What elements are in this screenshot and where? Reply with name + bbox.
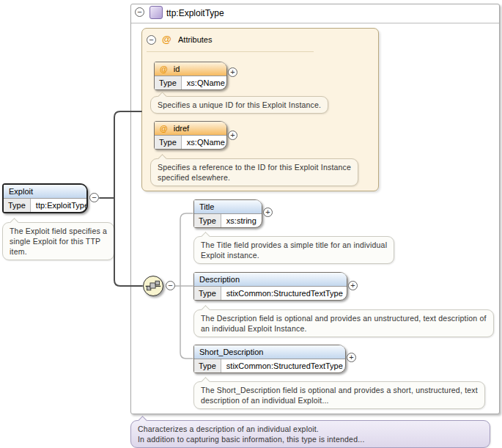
- annotation-line: The Description field is optional and pr…: [201, 313, 487, 323]
- type-label: Type: [194, 359, 221, 372]
- expand-toggle-icon[interactable]: +: [263, 208, 273, 217]
- annotation-bubble: Specifies a unique ID for this Exploit I…: [150, 96, 328, 114]
- annotation-line: single Exploit for this TTP: [10, 236, 107, 246]
- annotation-line: Exploit instance.: [201, 250, 387, 260]
- expand-toggle-icon[interactable]: +: [228, 67, 237, 77]
- element-box-description[interactable]: Description Type stixCommon:StructuredTe…: [193, 272, 347, 301]
- element-type-row: Type stixCommon:StructuredTextType: [194, 287, 347, 300]
- type-annotation-bubble: Characterizes a description of an indivi…: [130, 420, 490, 448]
- element-type-row: Type stixCommon:StructuredTextType: [194, 359, 345, 372]
- element-type-row: Type xs:string: [194, 214, 262, 227]
- annotation-line: The Short_Description field is optional …: [201, 385, 478, 395]
- annotation-line: Characterizes a description of an indivi…: [138, 424, 483, 434]
- attribute-name: @id: [155, 62, 226, 76]
- type-value: ttp:ExploitType: [31, 199, 86, 212]
- expand-toggle-icon[interactable]: +: [348, 281, 358, 290]
- xml-schema-diagram: − ttp:ExploitType − @ Attributes @id Typ…: [0, 0, 502, 448]
- annotation-line: The Title field provides a simple title …: [201, 240, 387, 250]
- type-value: stixCommon:StructuredTextType: [221, 359, 345, 372]
- attribute-box-idref[interactable]: @idref Type xs:QName: [154, 121, 227, 150]
- element-type-row: Type ttp:ExploitType: [4, 199, 86, 212]
- type-value: xs:string: [221, 214, 262, 227]
- type-value: stixCommon:StructuredTextType: [221, 287, 347, 300]
- annotation-bubble: The Title field provides a simple title …: [193, 236, 394, 264]
- separator: [147, 51, 314, 52]
- annotation-line: In addition to capturing basic informati…: [138, 434, 483, 444]
- attribute-name: @idref: [155, 122, 226, 136]
- type-value: xs:QName: [182, 76, 226, 89]
- annotation-line: specified elsewhere.: [158, 172, 351, 183]
- type-value: xs:QName: [182, 136, 226, 149]
- type-label: Type: [4, 199, 31, 212]
- attribute-type-row: Type xs:QName: [155, 136, 226, 149]
- element-name: Short_Description: [194, 345, 345, 359]
- attributes-group: − @ Attributes @id Type xs:QName + Speci…: [141, 28, 379, 191]
- annotation-bubble: Specifies a reference to the ID for this…: [150, 158, 358, 186]
- annotation-bubble: The Description field is optional and pr…: [193, 309, 494, 337]
- collapse-toggle-icon[interactable]: −: [89, 193, 99, 202]
- annotation-line: description of an individual Exploit...: [201, 395, 478, 405]
- attribute-type-row: Type xs:QName: [155, 76, 226, 89]
- type-label: Type: [194, 287, 221, 300]
- attribute-marker-icon: @: [162, 34, 171, 45]
- element-box-exploit[interactable]: Exploit Type ttp:ExploitType: [2, 183, 88, 213]
- expand-toggle-icon[interactable]: +: [228, 131, 237, 140]
- element-box-title[interactable]: Title Type xs:string: [193, 199, 262, 228]
- sequence-icon[interactable]: [143, 276, 163, 296]
- annotation-line: Specifies a reference to the ID for this…: [158, 162, 351, 172]
- complex-type-header: − ttp:ExploitType: [131, 4, 499, 23]
- complex-type-icon: [150, 6, 163, 19]
- annotation-line: item.: [10, 246, 107, 257]
- annotation-line: The Exploit field specifies a: [10, 226, 107, 236]
- element-name: Description: [194, 273, 347, 287]
- attributes-group-label: Attributes: [178, 35, 212, 44]
- annotation-bubble: The Exploit field specifies a single Exp…: [2, 222, 114, 260]
- annotation-bubble: The Short_Description field is optional …: [193, 381, 485, 409]
- complex-type-name: ttp:ExploitType: [166, 8, 224, 18]
- type-label: Type: [155, 76, 182, 89]
- expand-toggle-icon[interactable]: +: [347, 353, 356, 362]
- element-name: Title: [194, 200, 262, 214]
- attribute-marker-icon: @: [160, 65, 168, 73]
- element-name: Exploit: [4, 185, 86, 199]
- element-box-short-description[interactable]: Short_Description Type stixCommon:Struct…: [193, 345, 346, 373]
- type-label: Type: [194, 214, 221, 227]
- collapse-toggle-icon[interactable]: −: [166, 281, 175, 290]
- annotation-line: an individual Exploit Instance.: [201, 323, 487, 334]
- type-label: Type: [155, 136, 182, 149]
- collapse-toggle-icon[interactable]: −: [147, 35, 156, 45]
- attribute-box-id[interactable]: @id Type xs:QName: [154, 62, 227, 90]
- annotation-line: Specifies a unique ID for this Exploit I…: [158, 100, 321, 110]
- attribute-marker-icon: @: [160, 124, 168, 133]
- collapse-toggle-icon[interactable]: −: [135, 7, 144, 17]
